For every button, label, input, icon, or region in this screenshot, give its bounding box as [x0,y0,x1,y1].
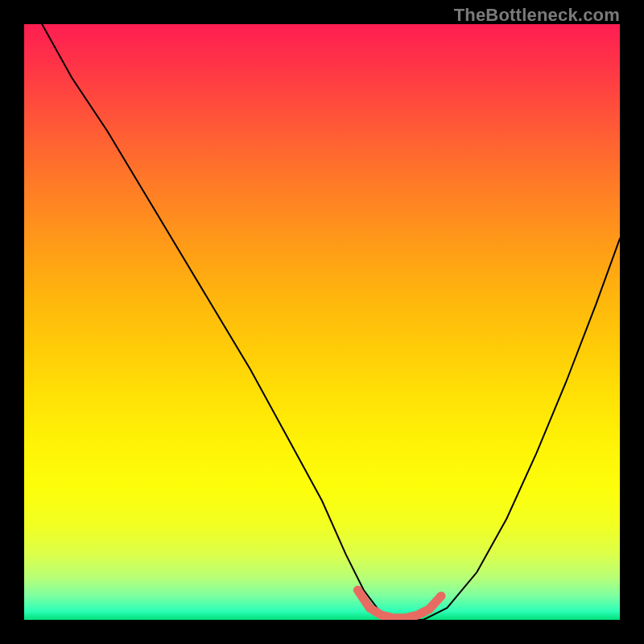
watermark-text: TheBottleneck.com [454,5,620,26]
bottleneck-curve [42,24,620,620]
curve-layer [24,24,620,620]
optimum-band [357,590,441,618]
plot-area [24,24,620,620]
chart-frame: TheBottleneck.com [0,0,644,644]
